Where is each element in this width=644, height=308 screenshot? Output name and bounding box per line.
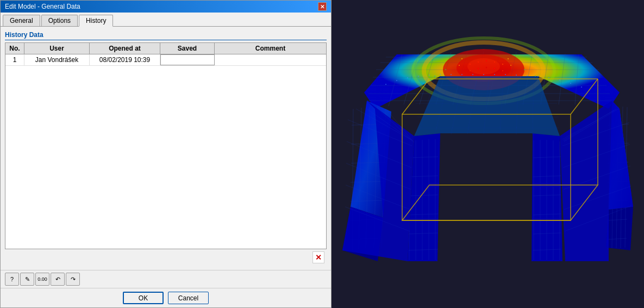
content-area: No. User Opened at Saved Comment 1 Jan V… — [5, 42, 327, 266]
svg-marker-42 — [606, 207, 633, 250]
delete-icon-area: ✕ — [5, 249, 327, 266]
svg-point-145 — [459, 65, 460, 66]
svg-point-152 — [535, 76, 536, 77]
svg-point-122 — [451, 74, 452, 75]
svg-point-124 — [472, 74, 473, 75]
svg-point-120 — [429, 75, 430, 76]
table-body: 1 Jan Vondrášek 08/02/2019 10:39 — [5, 54, 326, 247]
svg-point-143 — [494, 68, 495, 69]
svg-point-139 — [502, 64, 503, 65]
redo-button[interactable]: ↷ — [66, 273, 80, 286]
delete-icon: ✕ — [315, 253, 322, 262]
svg-point-123 — [461, 74, 462, 75]
svg-point-136 — [478, 61, 479, 63]
dialog-buttons: OK Cancel — [1, 288, 331, 307]
cell-user: Jan Vondrášek — [24, 54, 90, 65]
svg-point-137 — [486, 60, 487, 61]
tab-history[interactable]: History — [79, 15, 113, 27]
svg-point-132 — [559, 79, 560, 81]
svg-point-140 — [470, 70, 471, 71]
close-button[interactable]: ✕ — [318, 2, 327, 11]
dialog-titlebar: Edit Model - General Data ✕ — [1, 1, 331, 13]
svg-point-128 — [516, 75, 517, 76]
svg-point-142 — [486, 67, 487, 68]
svg-point-131 — [548, 77, 549, 78]
cancel-button[interactable]: Cancel — [168, 292, 209, 304]
col-header-no: No. — [5, 43, 24, 54]
svg-point-129 — [527, 75, 528, 76]
svg-point-141 — [478, 68, 479, 69]
col-header-saved: Saved — [160, 43, 215, 54]
dialog-content: History Data No. User Opened at Saved Co… — [1, 27, 331, 270]
edit-button[interactable]: ✎ — [20, 273, 34, 286]
table-header: No. User Opened at Saved Comment — [5, 43, 326, 54]
cell-no: 1 — [5, 54, 24, 65]
svg-point-126 — [494, 74, 495, 75]
help-button[interactable]: ? — [5, 273, 19, 286]
svg-point-138 — [494, 61, 495, 63]
dialog-title: Edit Model - General Data — [5, 3, 80, 10]
edit-model-dialog: Edit Model - General Data ✕ General Opti… — [0, 0, 332, 308]
svg-point-146 — [461, 58, 462, 59]
col-header-opened-at: Opened at — [90, 43, 160, 54]
value-button[interactable]: 0.00 — [35, 273, 49, 286]
ok-button[interactable]: OK — [123, 292, 164, 304]
table-row[interactable]: 1 Jan Vondrášek 08/02/2019 10:39 — [5, 54, 326, 66]
svg-point-135 — [470, 64, 471, 65]
svg-point-133 — [570, 83, 571, 84]
col-header-user: User — [24, 43, 90, 54]
svg-point-121 — [440, 74, 441, 75]
svg-marker-67 — [532, 133, 562, 261]
cell-opened-at: 08/02/2019 10:39 — [90, 54, 160, 65]
dialog-tabs: General Options History — [1, 13, 331, 27]
cell-comment — [215, 54, 326, 65]
svg-point-117 — [396, 80, 397, 81]
3d-svg-canvas — [332, 0, 644, 308]
footer-icons-bar: ? ✎ 0.00 ↶ ↷ — [1, 270, 331, 288]
undo-button[interactable]: ↶ — [51, 273, 65, 286]
history-table: No. User Opened at Saved Comment 1 Jan V… — [5, 42, 327, 249]
cell-saved[interactable] — [160, 54, 215, 65]
svg-point-150 — [524, 69, 525, 70]
tab-general[interactable]: General — [3, 15, 40, 26]
svg-point-147 — [510, 65, 511, 66]
svg-point-144 — [502, 70, 503, 71]
svg-point-130 — [537, 76, 539, 77]
tab-options[interactable]: Options — [41, 15, 78, 26]
svg-point-148 — [508, 58, 509, 59]
svg-point-119 — [418, 76, 419, 77]
svg-point-116 — [385, 84, 386, 85]
delete-button[interactable]: ✕ — [312, 251, 324, 263]
svg-point-125 — [483, 74, 484, 75]
svg-point-127 — [505, 74, 506, 75]
history-data-label: History Data — [5, 31, 327, 40]
svg-point-149 — [445, 69, 446, 70]
svg-point-118 — [407, 77, 408, 78]
3d-visualization — [332, 0, 644, 308]
svg-point-24 — [467, 58, 500, 75]
svg-point-151 — [434, 76, 435, 77]
col-header-comment: Comment — [215, 43, 326, 54]
svg-point-134 — [581, 87, 582, 88]
